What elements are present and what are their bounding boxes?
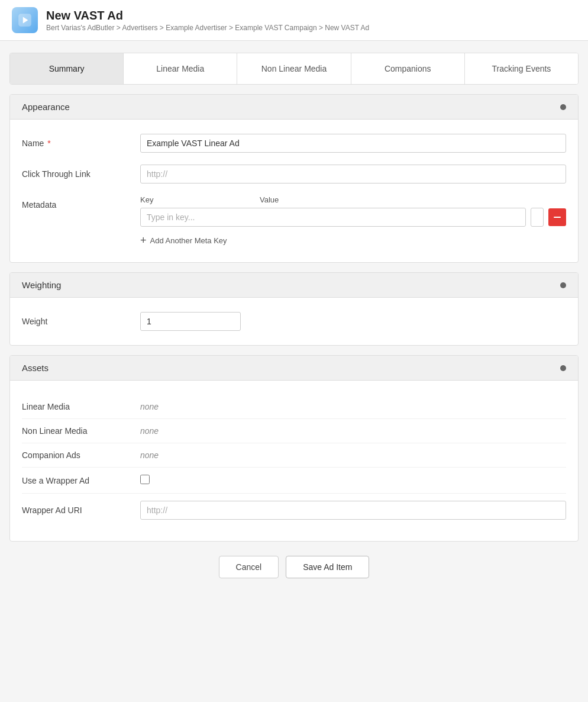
weight-row: Weight <box>22 312 566 331</box>
click-through-input[interactable] <box>140 165 566 183</box>
save-ad-item-button[interactable]: Save Ad Item <box>286 556 369 578</box>
wrapper-ad-control <box>140 475 150 486</box>
companion-ads-row: Companion Ads none <box>22 443 566 468</box>
weighting-section: Weighting Weight <box>9 272 579 346</box>
assets-section: Assets Linear Media none Non Linear Medi… <box>9 355 579 542</box>
weighting-section-title: Weighting <box>22 280 61 290</box>
metadata-key-input[interactable] <box>140 208 526 227</box>
name-control <box>140 134 566 153</box>
click-through-label: Click Through Link <box>22 165 140 179</box>
metadata-control: Key Value + Add Another Meta Key <box>140 195 566 248</box>
wrapper-uri-input[interactable] <box>140 501 566 520</box>
click-through-control <box>140 165 566 183</box>
breadcrumb: Bert Varias's AdButler > Advertisers > E… <box>46 24 369 32</box>
appearance-section-body: Name * Click Through Link Metadata <box>10 120 578 262</box>
metadata-label: Metadata <box>22 195 140 210</box>
name-input[interactable] <box>140 134 566 153</box>
weighting-section-header: Weighting <box>10 273 578 298</box>
tab-summary[interactable]: Summary <box>10 53 124 84</box>
breadcrumb-item-5: New VAST Ad <box>325 24 369 32</box>
weighting-section-body: Weight <box>10 298 578 345</box>
breadcrumb-item-2: Advertisers <box>122 24 157 32</box>
non-linear-media-row: Non Linear Media none <box>22 419 566 443</box>
click-through-row: Click Through Link <box>22 165 566 183</box>
assets-section-title: Assets <box>22 363 49 373</box>
plus-icon: + <box>140 235 147 246</box>
play-icon <box>17 12 33 28</box>
weight-input[interactable] <box>140 312 241 331</box>
app-icon <box>12 7 38 33</box>
name-label: Name * <box>22 134 140 148</box>
wrapper-uri-control <box>140 501 566 520</box>
breadcrumb-item-4: Example VAST Campaign <box>235 24 316 32</box>
name-row: Name * <box>22 134 566 153</box>
metadata-value-input[interactable] <box>531 208 544 227</box>
footer: Cancel Save Ad Item <box>9 542 579 590</box>
appearance-section-title: Appearance <box>22 102 70 112</box>
wrapper-ad-row: Use a Wrapper Ad <box>22 468 566 494</box>
page-title: New VAST Ad <box>46 9 369 22</box>
appearance-section-header: Appearance <box>10 95 578 120</box>
main-content: Summary Linear Media Non Linear Media Co… <box>0 41 588 602</box>
metadata-entry-row <box>140 208 566 227</box>
metadata-value-header: Value <box>260 195 279 204</box>
linear-media-value: none <box>140 402 159 411</box>
breadcrumb-item-1: Bert Varias's AdButler <box>46 24 114 32</box>
weight-control <box>140 312 566 331</box>
tab-tracking-events[interactable]: Tracking Events <box>465 53 578 84</box>
assets-section-body: Linear Media none Non Linear Media none … <box>10 381 578 541</box>
tab-bar: Summary Linear Media Non Linear Media Co… <box>9 53 579 85</box>
tab-non-linear-media[interactable]: Non Linear Media <box>237 53 351 84</box>
non-linear-media-value: none <box>140 426 159 436</box>
wrapper-ad-checkbox[interactable] <box>140 475 150 484</box>
tab-linear-media[interactable]: Linear Media <box>124 53 237 84</box>
appearance-section: Appearance Name * Click Through Link <box>9 94 579 263</box>
delete-metadata-button[interactable] <box>548 208 566 226</box>
weight-label: Weight <box>22 312 140 326</box>
header-text: New VAST Ad Bert Varias's AdButler > Adv… <box>46 9 369 32</box>
tab-companions[interactable]: Companions <box>351 53 465 84</box>
non-linear-media-label: Non Linear Media <box>22 426 140 436</box>
cancel-button[interactable]: Cancel <box>219 556 279 578</box>
companion-ads-value: none <box>140 450 159 460</box>
wrapper-ad-label: Use a Wrapper Ad <box>22 476 140 485</box>
metadata-row: Metadata Key Value + Add Another Meta Ke… <box>22 195 566 248</box>
metadata-key-header: Key <box>140 195 253 204</box>
breadcrumb-item-3: Example Advertiser <box>166 24 227 32</box>
required-marker: * <box>47 139 50 148</box>
assets-section-header: Assets <box>10 356 578 381</box>
header: New VAST Ad Bert Varias's AdButler > Adv… <box>0 0 588 41</box>
linear-media-label: Linear Media <box>22 402 140 411</box>
linear-media-row: Linear Media none <box>22 395 566 419</box>
appearance-section-dot <box>560 104 566 110</box>
add-meta-key-button[interactable]: + Add Another Meta Key <box>140 233 227 248</box>
companion-ads-label: Companion Ads <box>22 450 140 460</box>
wrapper-uri-row: Wrapper Ad URI <box>22 494 566 527</box>
wrapper-uri-label: Wrapper Ad URI <box>22 505 140 515</box>
weighting-section-dot <box>560 282 566 288</box>
assets-section-dot <box>560 365 566 371</box>
